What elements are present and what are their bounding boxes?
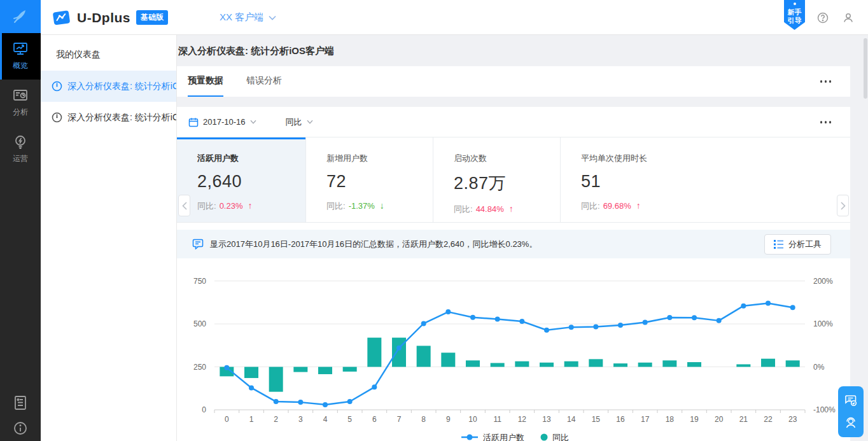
bar-yoy[interactable] xyxy=(343,367,357,372)
help-icon[interactable] xyxy=(817,12,829,24)
rail-item-operation[interactable]: 运营 xyxy=(0,126,41,172)
gauge-icon xyxy=(52,81,62,92)
main-content: 深入分析仪表盘: 统计分析iOS客户端 预置数据 错误分析 2017-10-16… xyxy=(177,35,868,441)
tab-bar: 预置数据 错误分析 xyxy=(177,66,850,97)
line-point[interactable] xyxy=(544,328,549,333)
line-point[interactable] xyxy=(347,399,353,404)
bar-yoy[interactable] xyxy=(589,359,603,367)
line-point[interactable] xyxy=(298,400,303,405)
line-point[interactable] xyxy=(445,309,451,314)
bar-yoy[interactable] xyxy=(786,360,800,367)
line-point[interactable] xyxy=(766,301,771,306)
bar-yoy[interactable] xyxy=(638,363,652,367)
left-axis-tick: 250 xyxy=(193,363,206,372)
ellipsis-menu-icon[interactable] xyxy=(820,80,832,83)
chevron-right-icon[interactable] xyxy=(837,195,849,216)
bar-yoy[interactable] xyxy=(417,346,431,367)
app-switcher-label: XX 客户端 xyxy=(220,11,263,24)
sidebar-item-dashboard-1[interactable]: 深入分析仪表盘: 统计分析iOS客户端 xyxy=(41,71,176,102)
chevron-left-icon[interactable] xyxy=(178,195,190,216)
ellipsis-menu-icon[interactable] xyxy=(820,121,832,123)
line-point[interactable] xyxy=(741,304,746,309)
line-point[interactable] xyxy=(569,325,574,330)
line-point[interactable] xyxy=(618,323,623,328)
x-axis-label: 18 xyxy=(666,415,675,424)
rail-item-analysis[interactable]: 分析 xyxy=(0,80,41,126)
bar-yoy[interactable] xyxy=(515,361,529,367)
legend-label-active-users[interactable]: 活跃用户数 xyxy=(483,433,524,441)
bar-yoy[interactable] xyxy=(736,364,750,367)
tab-error-analysis[interactable]: 错误分析 xyxy=(246,66,282,97)
left-axis-tick: 750 xyxy=(193,277,206,286)
info-icon[interactable] xyxy=(0,416,41,441)
bar-yoy[interactable] xyxy=(318,367,332,374)
kpi-card-launches[interactable]: 启动次数 2.87万 同比:44.84%↑ xyxy=(433,137,560,222)
bar-yoy[interactable] xyxy=(441,353,455,367)
sidebar-title: 我的仪表盘 xyxy=(41,35,176,60)
vertical-scrollbar[interactable] xyxy=(864,38,867,99)
dashboard-card: 2017-10-16 同比 活跃用户数 2,640 同比:0.23%↑ 新增用户… xyxy=(177,107,850,441)
x-axis-label: 14 xyxy=(567,415,576,424)
line-point[interactable] xyxy=(470,315,475,320)
rail-item-overview[interactable]: 概览 xyxy=(0,33,41,80)
guide-ribbon[interactable]: 新手 引导 xyxy=(784,0,805,30)
kpi-card-avg-session[interactable]: 平均单次使用时长 51 同比:69.68%↑ xyxy=(560,137,850,222)
bar-yoy[interactable] xyxy=(687,362,701,367)
kpi-compare: 同比:69.68%↑ xyxy=(581,200,850,212)
bar-yoy[interactable] xyxy=(244,367,258,379)
legend-label-yoy[interactable]: 同比 xyxy=(552,433,569,441)
bar-yoy[interactable] xyxy=(293,367,307,372)
line-point[interactable] xyxy=(593,325,598,330)
line-point[interactable] xyxy=(396,346,402,351)
date-picker[interactable]: 2017-10-16 xyxy=(188,117,256,127)
bar-yoy[interactable] xyxy=(613,363,627,367)
line-point[interactable] xyxy=(249,385,254,390)
tab-preset-data[interactable]: 预置数据 xyxy=(188,66,223,97)
bar-yoy[interactable] xyxy=(367,338,381,367)
kpi-card-active-users[interactable]: 活跃用户数 2,640 同比:0.23%↑ xyxy=(177,137,305,222)
support-icon[interactable] xyxy=(844,416,858,430)
combo-chart[interactable]: 0250500750-100%0%100%200%012345678910111… xyxy=(177,258,850,441)
rail-item-label: 分析 xyxy=(13,107,28,118)
bar-yoy[interactable] xyxy=(540,363,554,367)
analysis-tools-button[interactable]: 分析工具 xyxy=(764,234,831,255)
dashboard-sidebar: 我的仪表盘 深入分析仪表盘: 统计分析iOS客户端 深入分析仪表盘: 统计分析i… xyxy=(41,35,177,441)
line-point[interactable] xyxy=(790,305,795,310)
line-point[interactable] xyxy=(692,315,697,320)
line-point[interactable] xyxy=(643,320,648,325)
bar-yoy[interactable] xyxy=(761,359,775,367)
bar-yoy[interactable] xyxy=(269,367,283,392)
sidebar-item-dashboard-2[interactable]: 深入分析仪表盘: 统计分析iOS客户端 xyxy=(41,102,176,133)
line-point[interactable] xyxy=(519,319,524,324)
line-point[interactable] xyxy=(495,316,500,321)
feather-logo-icon[interactable] xyxy=(0,0,41,33)
bar-yoy[interactable] xyxy=(662,360,676,367)
app-rail: 概览 分析 运营 xyxy=(0,0,41,441)
line-point[interactable] xyxy=(323,402,328,407)
line-point[interactable] xyxy=(421,321,426,326)
guide-line1: 新手 xyxy=(784,8,805,17)
guide-line2: 引导 xyxy=(784,17,805,25)
x-axis-label: 5 xyxy=(347,415,352,424)
line-point[interactable] xyxy=(717,318,722,323)
compare-picker[interactable]: 同比 xyxy=(286,116,313,128)
line-point[interactable] xyxy=(274,399,279,404)
x-axis-label: 10 xyxy=(468,415,477,424)
rail-item-label: 概览 xyxy=(13,60,28,71)
kpi-card-new-users[interactable]: 新增用户数 72 同比:-1.37%↓ xyxy=(305,137,433,222)
sidebar-item-label: 深入分析仪表盘: 统计分析iOS客户端 xyxy=(67,81,176,92)
line-point[interactable] xyxy=(372,384,377,389)
user-icon[interactable] xyxy=(843,12,854,24)
bar-yoy[interactable] xyxy=(491,363,505,367)
line-point[interactable] xyxy=(667,315,672,320)
left-axis-tick: 0 xyxy=(202,405,206,414)
brand-logo[interactable]: U-Dplus 基础版 xyxy=(52,0,168,35)
bar-yoy[interactable] xyxy=(564,361,578,367)
app-switcher[interactable]: XX 客户端 xyxy=(220,0,276,35)
kpi-compare: 同比:44.84%↑ xyxy=(454,204,560,215)
x-axis-label: 8 xyxy=(421,415,426,424)
line-point[interactable] xyxy=(224,365,229,370)
feedback-icon[interactable] xyxy=(844,394,858,408)
bar-yoy[interactable] xyxy=(466,360,480,367)
report-icon[interactable] xyxy=(0,390,41,416)
